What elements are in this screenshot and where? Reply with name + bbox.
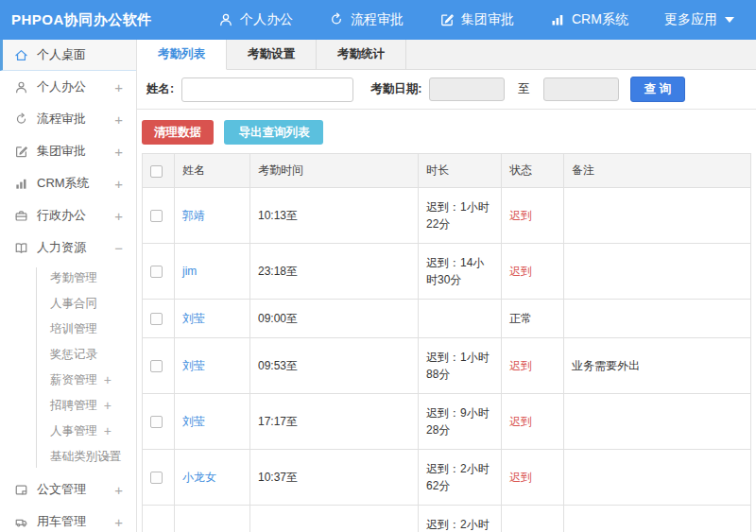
- expand-toggle-icon[interactable]: +: [114, 482, 123, 498]
- sidebar-subitem-1[interactable]: 考勤管理: [0, 266, 136, 291]
- sidebar-item-5[interactable]: CRM系统+: [0, 167, 136, 199]
- sidebar-subitem-4[interactable]: 奖惩记录: [0, 342, 136, 368]
- row-select-cell: [143, 394, 175, 450]
- expand-toggle-icon[interactable]: −: [114, 240, 123, 256]
- clean-data-button[interactable]: 清理数据: [142, 120, 214, 145]
- attendance-time-cell: 09:53至: [250, 338, 419, 394]
- duration-cell: 迟到：1小时88分: [419, 338, 502, 394]
- select-all-header: [143, 154, 175, 188]
- table-row: 刘莹09:53至迟到：1小时88分迟到业务需要外出: [143, 338, 751, 394]
- table-row: 管理员10:54至10:54迟到：2小时90分 早退：7小时10分迟到/早退11…: [143, 506, 751, 532]
- sidebar-subitem-8[interactable]: 基础类别设置+: [0, 444, 136, 470]
- duration-cell: [419, 300, 502, 338]
- sidebar-item-6[interactable]: 行政办公+: [0, 199, 136, 232]
- row-checkbox[interactable]: [150, 313, 163, 325]
- row-checkbox[interactable]: [150, 210, 163, 222]
- attendance-table: 姓名考勤时间时长状态备注 郭靖10:13至迟到：1小时22分迟到jim23:18…: [142, 153, 751, 532]
- status-cell: 正常: [502, 300, 564, 338]
- topnav-item-3[interactable]: 集团审批: [439, 11, 514, 28]
- row-select-cell: [143, 188, 175, 244]
- tab-1[interactable]: 考勤列表: [137, 40, 227, 70]
- tab-3[interactable]: 考勤统计: [317, 40, 406, 69]
- note-cell: [564, 450, 751, 506]
- sidebar-item-4[interactable]: 集团审批+: [0, 135, 136, 167]
- sidebar-subitem-3[interactable]: 培训管理: [0, 317, 136, 342]
- row-select-cell: [143, 506, 175, 532]
- topnav-item-1[interactable]: 个人办公: [218, 11, 293, 28]
- attendance-time-cell: 10:13至: [250, 188, 419, 244]
- note-cell: 业务需要外出: [564, 338, 751, 394]
- name-input[interactable]: [181, 77, 353, 102]
- user-icon: [14, 80, 37, 94]
- employee-name-link[interactable]: jim: [175, 244, 250, 300]
- sidebar-item-7[interactable]: 人力资源−: [0, 232, 136, 264]
- employee-name-link[interactable]: 管理员: [175, 506, 250, 532]
- app-logo: PHPOA协同办公软件: [0, 11, 137, 29]
- sidebar-subitem-label: 招聘管理: [50, 399, 97, 412]
- status-cell: 迟到: [502, 244, 564, 300]
- column-header: 考勤时间: [250, 154, 419, 188]
- topnav-item-label: 更多应用: [664, 11, 717, 28]
- attendance-time-cell: 23:18至: [250, 244, 419, 300]
- sidebar-subitem-7[interactable]: 人事管理+: [0, 419, 136, 444]
- topnav-item-2[interactable]: 流程审批: [329, 11, 404, 28]
- expand-toggle-icon[interactable]: +: [104, 368, 112, 393]
- expand-toggle-icon[interactable]: +: [104, 444, 112, 470]
- caret-down-icon: [725, 17, 734, 23]
- sidebar-item-label: CRM系统: [37, 175, 90, 192]
- expand-toggle-icon[interactable]: +: [114, 176, 123, 192]
- sidebar-item-2[interactable]: 个人办公+: [0, 71, 136, 103]
- expand-toggle-icon[interactable]: +: [114, 79, 123, 95]
- row-select-cell: [143, 450, 175, 506]
- chart-icon: [550, 12, 572, 27]
- expand-toggle-icon[interactable]: +: [104, 419, 112, 444]
- sidebar-subitem-5[interactable]: 薪资管理+: [0, 368, 136, 393]
- row-checkbox[interactable]: [150, 472, 163, 484]
- sidebar-item-label: 个人办公: [37, 78, 86, 95]
- employee-name-link[interactable]: 刘莹: [175, 300, 250, 338]
- expand-toggle-icon[interactable]: +: [114, 144, 123, 160]
- attendance-time-cell: 09:00至: [250, 300, 419, 338]
- status-cell: 迟到: [502, 188, 564, 244]
- employee-name-link[interactable]: 小龙女: [175, 450, 250, 506]
- main-content: 考勤列表考勤设置考勤统计 姓名: 考勤日期: 至 查 询 清理数据 导出查询列表…: [137, 40, 756, 532]
- action-toolbar: 清理数据 导出查询列表: [137, 110, 756, 153]
- status-cell: 迟到/早退: [502, 506, 564, 532]
- table-row: 小龙女10:37至迟到：2小时62分迟到: [143, 450, 751, 506]
- topnav-item-5[interactable]: 更多应用: [664, 11, 734, 28]
- export-list-button[interactable]: 导出查询列表: [224, 120, 323, 145]
- date-from-input[interactable]: [429, 77, 505, 101]
- expand-toggle-icon[interactable]: +: [104, 393, 112, 419]
- sidebar-subitem-label: 考勤管理: [50, 271, 97, 284]
- row-select-cell: [143, 244, 175, 300]
- tab-2[interactable]: 考勤设置: [227, 40, 317, 69]
- sidebar-item-1[interactable]: 个人桌面: [0, 40, 136, 71]
- sidebar-subitem-label: 人事管理: [50, 424, 97, 438]
- date-label: 考勤日期:: [370, 81, 421, 97]
- row-checkbox[interactable]: [150, 416, 163, 428]
- employee-name-link[interactable]: 郭靖: [175, 188, 250, 244]
- sidebar-subitem-label: 奖惩记录: [50, 348, 97, 361]
- sidebar-item-9[interactable]: 用车管理+: [0, 506, 136, 532]
- expand-toggle-icon[interactable]: +: [114, 112, 123, 128]
- query-button[interactable]: 查 询: [630, 77, 685, 102]
- sidebar-item-label: 个人桌面: [37, 46, 86, 63]
- column-header: 状态: [502, 154, 564, 188]
- row-checkbox[interactable]: [150, 266, 163, 278]
- sidebar-item-3[interactable]: 流程审批+: [0, 103, 136, 135]
- employee-name-link[interactable]: 刘莹: [175, 338, 250, 394]
- date-to-input[interactable]: [543, 77, 619, 101]
- expand-toggle-icon[interactable]: +: [114, 208, 123, 224]
- sidebar-item-label: 人力资源: [37, 239, 86, 256]
- select-all-checkbox[interactable]: [150, 165, 163, 178]
- employee-name-link[interactable]: 刘莹: [175, 394, 250, 450]
- row-checkbox[interactable]: [150, 360, 163, 372]
- sidebar-subitem-label: 培训管理: [50, 322, 97, 335]
- sidebar-item-8[interactable]: 公文管理+: [0, 473, 136, 506]
- flow-icon: [14, 112, 37, 127]
- topnav-item-4[interactable]: CRM系统: [550, 11, 628, 28]
- expand-toggle-icon[interactable]: +: [114, 514, 123, 530]
- sidebar-subitem-2[interactable]: 人事合同: [0, 291, 136, 317]
- attendance-time-cell: 10:54至10:54: [250, 506, 419, 532]
- sidebar-subitem-6[interactable]: 招聘管理+: [0, 393, 136, 419]
